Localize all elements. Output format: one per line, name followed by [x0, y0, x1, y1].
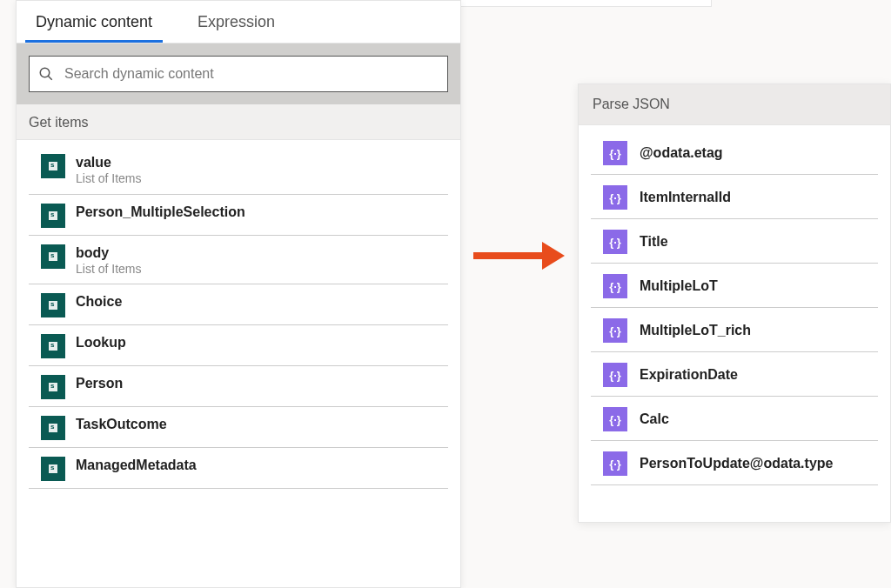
list-item[interactable]: Choice	[29, 284, 448, 325]
parse-json-panel: Parse JSON {·} @odata.etag {·} ItemInter…	[578, 84, 891, 523]
json-braces-icon: {·}	[603, 141, 627, 165]
item-title: PersonToUpdate@odata.type	[640, 456, 833, 471]
sharepoint-icon	[41, 154, 65, 178]
item-title: Lookup	[76, 334, 126, 351]
list-item[interactable]: body List of Items	[29, 236, 448, 285]
tabs-bar: Dynamic content Expression	[17, 1, 460, 43]
list-item[interactable]: {·} @odata.etag	[591, 130, 878, 175]
item-title: ItemInternalId	[640, 190, 731, 205]
list-item[interactable]: Person	[29, 366, 448, 407]
json-braces-icon: {·}	[603, 185, 627, 210]
list-item[interactable]: {·} Title	[591, 219, 878, 264]
item-title: TaskOutcome	[76, 416, 167, 433]
item-title: body	[76, 244, 141, 262]
list-item[interactable]: Person_MultipleSelection	[29, 195, 448, 236]
dynamic-content-panel: Dynamic content Expression Get items val…	[16, 0, 461, 588]
list-item[interactable]: {·} ExpirationDate	[591, 352, 878, 397]
item-title: Person_MultipleSelection	[76, 204, 245, 221]
item-title: value	[76, 154, 141, 171]
search-box[interactable]	[29, 56, 448, 92]
json-braces-icon: {·}	[603, 230, 627, 254]
sharepoint-icon	[41, 416, 65, 440]
search-icon	[38, 66, 54, 82]
parse-json-header: Parse JSON	[579, 84, 890, 125]
json-braces-icon: {·}	[603, 407, 627, 431]
search-container	[17, 43, 460, 104]
item-title: Choice	[76, 293, 122, 311]
list-item[interactable]: {·} MultipleLoT	[591, 264, 878, 308]
item-title: MultipleLoT_rich	[640, 323, 751, 338]
item-subtitle: List of Items	[76, 262, 141, 277]
parse-json-list: {·} @odata.etag {·} ItemInternalId {·} T…	[579, 125, 890, 485]
svg-point-0	[40, 68, 50, 77]
json-braces-icon: {·}	[603, 274, 627, 298]
tab-expression[interactable]: Expression	[187, 1, 285, 43]
search-input[interactable]	[64, 66, 439, 82]
item-title: ExpirationDate	[640, 367, 738, 383]
sharepoint-icon	[41, 334, 65, 358]
item-title: Title	[640, 234, 668, 250]
list-item[interactable]: TaskOutcome	[29, 407, 448, 448]
item-subtitle: List of Items	[76, 171, 141, 187]
sharepoint-icon	[41, 457, 65, 481]
item-title: Person	[76, 375, 123, 392]
list-item[interactable]: {·} PersonToUpdate@odata.type	[591, 441, 878, 485]
list-item[interactable]: {·} ItemInternalId	[591, 175, 878, 219]
sharepoint-icon	[41, 375, 65, 399]
group-header-get-items: Get items	[17, 104, 460, 140]
item-title: ManagedMetadata	[76, 457, 197, 474]
sharepoint-icon	[41, 293, 65, 317]
list-item[interactable]: Lookup	[29, 325, 448, 366]
item-title: @odata.etag	[640, 145, 723, 161]
list-item[interactable]: value List of Items	[29, 145, 448, 195]
sharepoint-icon	[41, 244, 65, 269]
tab-dynamic-content[interactable]: Dynamic content	[25, 1, 163, 43]
list-item[interactable]: {·} MultipleLoT_rich	[591, 308, 878, 352]
json-braces-icon: {·}	[603, 318, 627, 343]
list-item[interactable]: {·} Calc	[591, 397, 878, 441]
json-braces-icon: {·}	[603, 363, 627, 387]
json-braces-icon: {·}	[603, 451, 627, 476]
arrow-icon	[473, 244, 565, 268]
svg-line-1	[48, 76, 52, 80]
dynamic-items-list: value List of Items Person_MultipleSelec…	[17, 140, 460, 587]
item-title: Calc	[640, 411, 669, 427]
item-title: MultipleLoT	[640, 278, 718, 294]
list-item[interactable]: ManagedMetadata	[29, 448, 448, 489]
sharepoint-icon	[41, 204, 65, 228]
